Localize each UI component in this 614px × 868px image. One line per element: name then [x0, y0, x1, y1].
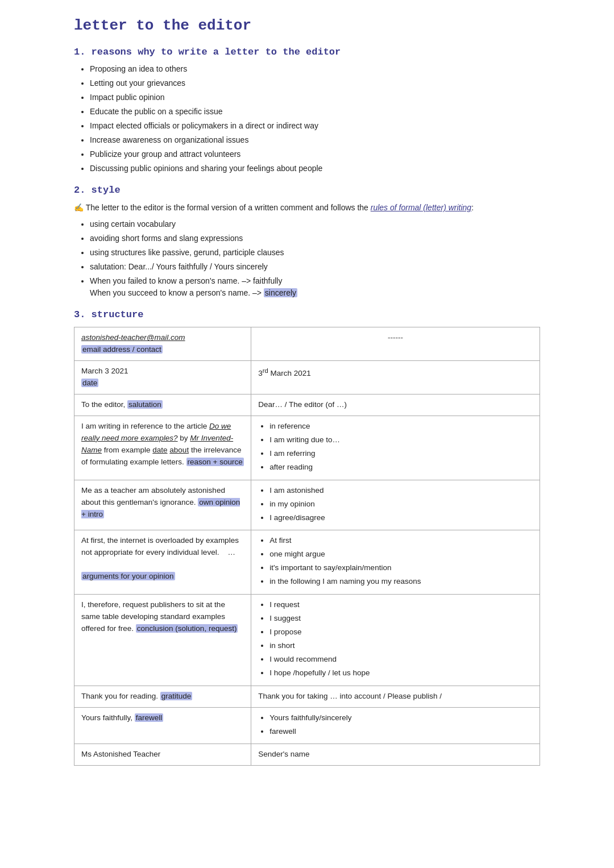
right-cell: I request I suggest I propose in short I… — [251, 595, 540, 686]
table-row: March 3 2021 date 3rd March 2021 — [74, 361, 540, 394]
table-row: Me as a teacher am absolutely astonished… — [74, 480, 540, 530]
date-label-highlight: date — [81, 379, 98, 387]
reason-source-highlight: reason + source — [186, 458, 244, 466]
arguments-list: At first one might argue it's important … — [258, 535, 533, 588]
list-item: in my opinion — [269, 499, 533, 510]
conclusion-paragraph: I, therefore, request publishers to sit … — [81, 600, 238, 633]
list-item: Impact public opinion — [90, 92, 540, 103]
arguments-highlight: arguments for your opinion — [81, 572, 175, 580]
arguments-paragraph: At first, the internet is overloaded by … — [81, 536, 239, 580]
list-item: after reading — [269, 462, 533, 474]
left-cell: astonished-teacher@mail.com email addres… — [74, 327, 251, 361]
link-text: rules of formal (letter) writing — [371, 203, 471, 212]
list-item: I would recommend — [269, 654, 533, 666]
right-cell: Dear… / The editor (of …) — [251, 394, 540, 416]
left-cell: I am writing in reference to the article… — [74, 416, 251, 480]
quill-icon: ✍ — [74, 203, 84, 212]
list-item: Educate the public on a specific issue — [90, 106, 540, 118]
section-2-heading: 2. style — [74, 185, 540, 196]
gratitude-highlight: gratitude — [160, 692, 193, 700]
list-item: When you failed to know a person's name.… — [90, 275, 540, 299]
list-item: in reference — [269, 421, 533, 433]
list-item: I am astonished — [269, 485, 533, 497]
right-cell: Yours faithfully/sincerely farewell — [251, 707, 540, 744]
section-2-list: using certain vocabulary avoiding short … — [74, 218, 540, 299]
right-cell: 3rd March 2021 — [251, 361, 540, 394]
list-item: Publicize your group and attract volunte… — [90, 148, 540, 160]
section-2-intro: ✍ The letter to the editor is the formal… — [74, 201, 540, 214]
list-item: I am referring — [269, 448, 533, 460]
list-item: I am writing due to… — [269, 434, 533, 446]
left-cell: To the editor, salutation — [74, 394, 251, 416]
list-item: one might argue — [269, 549, 533, 560]
right-cell: Sender's name — [251, 744, 540, 766]
list-item: I hope /hopefully / let us hope — [269, 667, 533, 679]
list-item: using certain vocabulary — [90, 218, 540, 230]
right-cell: I am astonished in my opinion I agree/di… — [251, 480, 540, 530]
section-1-list: Proposing an idea to others Letting out … — [74, 63, 540, 175]
list-item: Impact elected officials or policymakers… — [90, 120, 540, 132]
right-cell: At first one might argue it's important … — [251, 530, 540, 595]
salutation-highlight: salutation — [127, 400, 163, 409]
list-item: using structures like passive, gerund, p… — [90, 247, 540, 259]
sender-name-label: Sender's name — [258, 750, 309, 758]
dash-placeholder: ------ — [388, 333, 403, 342]
list-item: Increase awareness on organizational iss… — [90, 134, 540, 146]
table-row: I, therefore, request publishers to sit … — [74, 595, 540, 686]
page-title: letter to the editor — [74, 17, 540, 34]
conclusion-highlight: conclusion (solution, request) — [136, 624, 238, 633]
right-cell: in reference I am writing due to… I am r… — [251, 416, 540, 480]
farewell-text: Yours faithfully, farewell — [81, 713, 163, 722]
left-cell: At first, the internet is overloaded by … — [74, 530, 251, 595]
left-cell: Ms Astonished Teacher — [74, 744, 251, 766]
table-row: Ms Astonished Teacher Sender's name — [74, 744, 540, 766]
left-cell: Yours faithfully, farewell — [74, 707, 251, 744]
gratitude-options: Thank you for taking … into account / Pl… — [258, 692, 442, 700]
list-item: I suggest — [269, 613, 533, 625]
table-row: I am writing in reference to the article… — [74, 416, 540, 480]
table-row: Thank you for reading. gratitude Thank y… — [74, 686, 540, 707]
list-item: in the following I am naming you my reas… — [269, 576, 533, 588]
opinion-list: I am astonished in my opinion I agree/di… — [258, 485, 533, 524]
table-row: astonished-teacher@mail.com email addres… — [74, 327, 540, 361]
sincerely-highlight: sincerely — [264, 288, 297, 297]
formal-writing-link[interactable]: rules of formal (letter) writing — [371, 203, 471, 212]
list-item: salutation: Dear.../ Yours faithfully / … — [90, 261, 540, 273]
section-2-intro-text: The letter to the editor is the formal v… — [86, 203, 371, 212]
table-row: At first, the internet is overloaded by … — [74, 530, 540, 595]
when-text: When you failed to know a person's name.… — [90, 276, 297, 297]
list-item: in short — [269, 640, 533, 652]
list-item: Letting out your grievances — [90, 77, 540, 89]
list-item: Discussing public opinions and sharing y… — [90, 163, 540, 175]
opinion-paragraph: Me as a teacher am absolutely astonished… — [81, 486, 240, 518]
right-cell: ------ — [251, 327, 540, 361]
section-3-heading: 3. structure — [74, 309, 540, 320]
salutation-text: To the editor, salutation — [81, 400, 163, 409]
reason-list: in reference I am writing due to… I am r… — [258, 421, 533, 474]
farewell-list: Yours faithfully/sincerely farewell — [258, 712, 533, 738]
sender-name: Ms Astonished Teacher — [81, 750, 160, 758]
table-row: Yours faithfully, farewell Yours faithfu… — [74, 707, 540, 744]
conclusion-list: I request I suggest I propose in short I… — [258, 599, 533, 679]
salutation-options: Dear… / The editor (of …) — [258, 400, 347, 409]
list-item: avoiding short forms and slang expressio… — [90, 232, 540, 244]
reason-paragraph: I am writing in reference to the article… — [81, 422, 244, 466]
section-2: 2. style ✍ The letter to the editor is t… — [74, 185, 540, 299]
list-item: Proposing an idea to others — [90, 63, 540, 75]
structure-table: astonished-teacher@mail.com email addres… — [74, 327, 540, 766]
section-3: 3. structure astonished-teacher@mail.com… — [74, 309, 540, 766]
right-cell: Thank you for taking … into account / Pl… — [251, 686, 540, 707]
left-cell: Thank you for reading. gratitude — [74, 686, 251, 707]
list-item: At first — [269, 535, 533, 547]
left-cell: Me as a teacher am absolutely astonished… — [74, 480, 251, 530]
gratitude-text: Thank you for reading. gratitude — [81, 692, 192, 700]
list-item: it's important to say/explain/mention — [269, 562, 533, 574]
section-1-heading: 1. reasons why to write a letter to the … — [74, 47, 540, 57]
left-cell: I, therefore, request publishers to sit … — [74, 595, 251, 686]
colon: : — [471, 203, 474, 212]
email-address: astonished-teacher@mail.com — [81, 333, 185, 342]
list-item: I agree/disagree — [269, 512, 533, 524]
list-item: I propose — [269, 626, 533, 638]
farewell-highlight: farewell — [135, 713, 164, 722]
email-label-highlight: email address / contact — [81, 345, 163, 354]
